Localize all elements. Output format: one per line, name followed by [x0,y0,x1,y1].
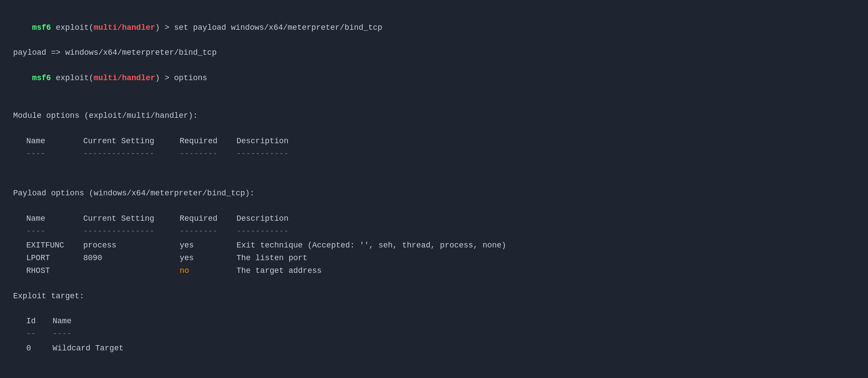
module-col-description-header: Description [237,135,289,148]
output-line-1: payload => windows/x64/meterpreter/bind_… [13,46,855,59]
prompt-line-2: msf6 exploit(multi/handler) > options [13,59,855,97]
prompt-line-1: msf6 exploit(multi/handler) > set payloa… [13,9,855,46]
empty-7 [13,302,855,315]
exitfunc-name: EXITFUNC [26,239,83,252]
prompt-prefix-1: msf6 [32,23,51,32]
module-underline-description: ----------- [237,148,289,162]
target-header-row: Id Name [26,315,140,328]
module-col-setting-header: Current Setting [83,135,180,148]
rhost-setting [83,265,180,277]
target-underline-id: -- [26,328,53,342]
prompt-module-2: exploit(multi/handler) > [51,74,174,82]
rhost-name: RHOST [26,265,83,277]
command-2: options [174,74,207,82]
payload-options-header: Payload options (windows/x64/meterpreter… [13,187,855,200]
lport-name: LPORT [26,252,83,265]
prompt-prefix-2: msf6 [32,74,51,82]
table-row: EXITFUNC process yes Exit technique (Acc… [26,239,506,252]
empty-4 [13,174,855,187]
module-underline-setting: --------------- [83,148,180,162]
terminal: msf6 exploit(multi/handler) > set payloa… [13,9,855,378]
empty-6 [13,277,855,290]
module-col-required-header: Required [180,135,237,148]
module-col-name-header: Name [26,135,83,148]
payload-col-setting-header: Current Setting [83,212,180,225]
empty-9 [13,367,855,378]
rhost-description: The target address [237,265,507,277]
empty-1 [13,97,855,110]
payload-col-required-header: Required [180,212,237,225]
lport-description: The listen port [237,252,507,265]
module-table-underline-row: ---- --------------- -------- ----------… [26,148,288,162]
exitfunc-setting: process [83,239,180,252]
empty-3 [13,162,855,175]
table-row: 0 Wildcard Target [26,342,140,355]
module-underline-required: -------- [180,148,237,162]
target-col-id-header: Id [26,315,53,328]
payload-underline-required: -------- [180,225,237,240]
exploit-target-table: Id Name -- ---- 0 Wildcard Target [26,315,140,354]
lport-setting: 8090 [83,252,180,265]
prompt-module-1: exploit(multi/handler) > [51,23,174,32]
payload-underline-setting: --------------- [83,225,180,240]
empty-5 [13,200,855,212]
module-underline-name: ---- [26,148,83,162]
command-1: set payload windows/x64/meterpreter/bind… [174,23,382,32]
payload-col-description-header: Description [237,212,507,225]
payload-table-underline-row: ---- --------------- -------- ----------… [26,225,506,240]
exitfunc-description: Exit technique (Accepted: '', seh, threa… [237,239,507,252]
payload-table-header-row: Name Current Setting Required Descriptio… [26,212,506,225]
exploit-target-header: Exploit target: [13,290,855,303]
target-col-name-header: Name [53,315,140,328]
target-underline-row: -- ---- [26,328,140,342]
target-name-0: Wildcard Target [53,342,140,355]
payload-options-table: Name Current Setting Required Descriptio… [26,212,506,277]
exitfunc-required: yes [180,239,237,252]
target-id-0: 0 [26,342,53,355]
target-underline-name: ---- [53,328,140,342]
payload-underline-name: ---- [26,225,83,240]
payload-underline-description: ----------- [237,225,507,240]
rhost-required: no [180,265,237,277]
lport-required: yes [180,252,237,265]
payload-col-name-header: Name [26,212,83,225]
table-row: RHOST no The target address [26,265,506,277]
empty-8 [13,355,855,367]
module-options-table: Name Current Setting Required Descriptio… [26,135,288,162]
table-row: LPORT 8090 yes The listen port [26,252,506,265]
empty-2 [13,122,855,135]
module-table-header-row: Name Current Setting Required Descriptio… [26,135,288,148]
module-options-header: Module options (exploit/multi/handler): [13,110,855,122]
